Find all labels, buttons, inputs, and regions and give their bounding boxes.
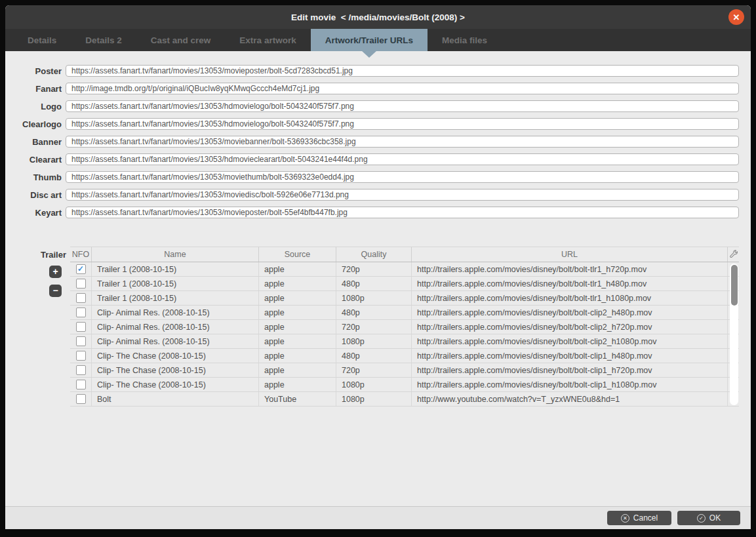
keyart-input[interactable] [66,207,739,218]
title-bar: Edit movie < /media/movies/Bolt (2008) >… [5,5,751,29]
trailer-row-4[interactable]: Clip- Animal Res. (2008-10-15) apple 480… [70,306,739,320]
trailer-row-2[interactable]: Trailer 1 (2008-10-15) apple 480p http:/… [70,277,739,291]
cancel-label: Cancel [633,513,658,523]
trailer-row-7[interactable]: Clip- The Chase (2008-10-15) apple 480p … [70,349,739,363]
tab-media-files[interactable]: Media files [428,29,502,51]
wrench-icon [729,250,738,259]
close-button[interactable]: ✕ [728,9,744,25]
trailer-url: http://trailers.apple.com/movies/disney/… [412,291,728,305]
tab-content: Poster Fanart Logo Clearlogo Banner [5,51,751,529]
trailer-source: apple [259,262,336,276]
table-scrollbar[interactable] [730,264,738,405]
trailer-name: Clip- The Chase (2008-10-15) [92,378,259,391]
trailer-name: Clip- Animal Res. (2008-10-15) [92,320,259,334]
trailer-row-10[interactable]: Bolt YouTube 1080p http://www.youtube.co… [70,392,739,407]
tab-details-2[interactable]: Details 2 [71,29,136,51]
trailer-table-header: NFO Name Source Quality URL [70,247,739,262]
thumb-label: Thumb [5,172,62,182]
empty-space [5,407,751,506]
tab-extra-artwork[interactable]: Extra artwork [225,29,310,51]
add-trailer-button[interactable]: + [49,266,62,278]
disc-art-input[interactable] [66,189,739,201]
ok-icon: ✓ [697,514,706,523]
poster-label: Poster [5,66,62,76]
cancel-button[interactable]: ✕ Cancel [607,511,671,525]
column-header-name[interactable]: Name [92,247,259,262]
trailer-quality: 1080p [336,392,412,406]
tab-cast-and-crew[interactable]: Cast and crew [136,29,226,51]
logo-label: Logo [5,102,62,111]
edit-movie-dialog: Edit movie < /media/movies/Bolt (2008) >… [5,5,751,529]
trailer-quality: 480p [336,349,412,363]
nfo-checkbox[interactable] [76,351,86,361]
trailer-quality: 480p [336,306,412,319]
nfo-checkbox[interactable] [76,279,86,288]
trailer-source: apple [259,363,336,377]
trailer-name: Trailer 1 (2008-10-15) [92,291,259,305]
window-title: Edit movie < /media/movies/Bolt (2008) > [291,12,465,22]
trailer-url: http://trailers.apple.com/movies/disney/… [412,306,728,319]
trailer-url: http://trailers.apple.com/movies/disney/… [412,262,728,276]
banner-label: Banner [5,137,62,147]
trailer-row-1[interactable]: ✓ Trailer 1 (2008-10-15) apple 720p http… [70,262,739,277]
nfo-checkbox[interactable] [76,293,86,303]
close-icon: ✕ [733,12,740,22]
clearart-input[interactable] [66,153,739,165]
trailer-table: NFO Name Source Quality URL ✓ [70,247,739,407]
nfo-checkbox[interactable] [76,380,86,389]
trailer-url: http://www.youtube.com/watch?v=T_yzxWNE0… [412,392,728,406]
trailer-label: Trailer [41,250,66,260]
form-row-logo: Logo [5,100,739,112]
trailer-url: http://trailers.apple.com/movies/disney/… [412,349,728,363]
cancel-icon: ✕ [621,514,629,523]
nfo-checkbox[interactable] [76,308,86,317]
nfo-checkbox[interactable] [76,394,86,404]
tab-details[interactable]: Details [13,29,71,51]
trailer-url: http://trailers.apple.com/movies/disney/… [412,378,728,391]
nfo-checkbox[interactable] [76,365,86,375]
scrollbar-thumb[interactable] [731,265,738,306]
artwork-url-form: Poster Fanart Logo Clearlogo Banner [5,51,751,224]
nfo-checkbox[interactable]: ✓ [76,264,86,274]
trailer-row-6[interactable]: Clip- Animal Res. (2008-10-15) apple 108… [70,334,739,349]
trailer-row-5[interactable]: Clip- Animal Res. (2008-10-15) apple 720… [70,320,739,334]
clearart-label: Clearart [5,155,62,165]
trailer-quality: 720p [336,363,412,377]
ok-button[interactable]: ✓ OK [677,511,740,525]
nfo-checkbox[interactable] [76,322,86,332]
fanart-input[interactable] [66,83,739,94]
form-row-clearlogo: Clearlogo [5,118,739,130]
nfo-checkbox[interactable] [76,336,86,346]
trailer-url: http://trailers.apple.com/movies/disney/… [412,320,728,334]
trailer-name: Clip- Animal Res. (2008-10-15) [92,334,259,348]
form-row-fanart: Fanart [5,83,739,94]
column-header-nfo[interactable]: NFO [70,247,92,262]
trailer-quality: 720p [336,262,412,276]
column-header-quality[interactable]: Quality [336,247,412,262]
trailer-source: YouTube [259,392,336,406]
trailer-source: apple [259,334,336,348]
column-header-url[interactable]: URL [412,247,728,262]
trailer-row-9[interactable]: Clip- The Chase (2008-10-15) apple 1080p… [70,378,739,392]
disc-art-label: Disc art [5,190,62,200]
trailer-source: apple [259,291,336,305]
trailer-name: Clip- The Chase (2008-10-15) [92,363,259,377]
trailer-table-body: ✓ Trailer 1 (2008-10-15) apple 720p http… [70,262,739,407]
trailer-name: Trailer 1 (2008-10-15) [92,277,259,290]
column-settings-button[interactable] [728,247,739,262]
logo-input[interactable] [66,100,739,112]
trailer-row-8[interactable]: Clip- The Chase (2008-10-15) apple 720p … [70,363,739,378]
window-frame: Edit movie < /media/movies/Bolt (2008) >… [0,0,756,537]
tab-artwork-trailer-urls[interactable]: Artwork/Trailer URLs [311,29,428,51]
banner-input[interactable] [66,136,739,148]
remove-trailer-button[interactable]: − [49,285,62,297]
active-tab-arrow [361,50,377,58]
trailer-name: Clip- Animal Res. (2008-10-15) [92,306,259,319]
clearlogo-input[interactable] [66,118,739,130]
column-header-source[interactable]: Source [259,247,336,262]
poster-input[interactable] [66,65,739,77]
trailer-row-3[interactable]: Trailer 1 (2008-10-15) apple 1080p http:… [70,291,739,306]
trailer-name: Clip- The Chase (2008-10-15) [92,349,259,363]
trailer-source: apple [259,277,336,290]
thumb-input[interactable] [66,171,739,183]
